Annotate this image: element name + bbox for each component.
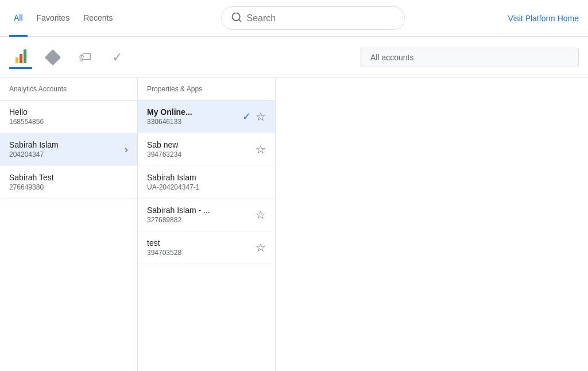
property-id: 394763234 bbox=[147, 150, 181, 159]
check-tool-icon[interactable]: ✓ bbox=[106, 46, 129, 69]
diamond-tool-icon[interactable] bbox=[41, 46, 64, 69]
header: All Favorites Recents Visit Platform Hom… bbox=[0, 0, 588, 37]
property-item-text: Sabirah Islam UA-204204347-1 bbox=[147, 173, 199, 191]
toolbar-right: All accounts bbox=[361, 48, 579, 67]
tag-tool-icon[interactable]: 🏷 bbox=[74, 46, 96, 69]
toolbar-left: 🏷 ✓ bbox=[9, 37, 129, 78]
visit-platform-link[interactable]: Visit Platform Home bbox=[508, 14, 579, 23]
property-item[interactable]: Sabirah Islam - ... 327689882 ☆ bbox=[138, 199, 275, 231]
analytics-tool-icon[interactable] bbox=[9, 46, 32, 69]
chevron-right-icon: › bbox=[125, 144, 128, 156]
property-item-text: My Online... 330646133 bbox=[147, 107, 192, 126]
properties-panel-header: Properties & Apps bbox=[138, 78, 275, 101]
property-icons: ☆ bbox=[256, 208, 266, 222]
account-name: Sabirah Test bbox=[9, 173, 54, 182]
star-icon[interactable]: ☆ bbox=[256, 110, 266, 123]
account-id: 276649380 bbox=[9, 183, 54, 191]
bar3 bbox=[24, 49, 26, 63]
account-name: Sabirah Islam bbox=[9, 140, 59, 149]
tab-recents[interactable]: Recents bbox=[79, 1, 117, 37]
main-content: Analytics Accounts Hello 168554856 Sabir… bbox=[0, 78, 588, 371]
analytics-bar-chart-icon bbox=[16, 49, 26, 63]
toolbar: 🏷 ✓ All accounts bbox=[0, 37, 588, 78]
diamond-icon bbox=[45, 49, 61, 65]
account-id: 168554856 bbox=[9, 118, 44, 126]
bar1 bbox=[16, 57, 18, 63]
property-item-text: Sab new 394763234 bbox=[147, 140, 181, 159]
bar2 bbox=[20, 54, 22, 63]
search-bar bbox=[131, 6, 494, 30]
account-id: 204204347 bbox=[9, 150, 59, 159]
search-icon bbox=[231, 11, 242, 25]
accounts-panel-header: Analytics Accounts bbox=[0, 78, 137, 101]
properties-panel: Properties & Apps My Online... 330646133… bbox=[138, 78, 276, 371]
property-item[interactable]: test 394703528 ☆ bbox=[138, 231, 275, 264]
property-id: 394703528 bbox=[147, 249, 181, 257]
property-name: My Online... bbox=[147, 107, 192, 117]
account-item-text: Sabirah Test 276649380 bbox=[9, 173, 54, 191]
star-icon[interactable]: ☆ bbox=[256, 241, 266, 254]
nav-tabs: All Favorites Recents bbox=[9, 0, 118, 36]
property-item[interactable]: Sabirah Islam UA-204204347-1 bbox=[138, 166, 275, 199]
tag-icon: 🏷 bbox=[79, 50, 91, 65]
tab-all[interactable]: All bbox=[9, 1, 28, 37]
account-item[interactable]: Sabirah Islam 204204347 › bbox=[0, 133, 137, 166]
account-item-text: Sabirah Islam 204204347 bbox=[9, 140, 59, 159]
search-input[interactable] bbox=[247, 13, 395, 24]
property-id: 330646133 bbox=[147, 118, 192, 126]
account-name: Hello bbox=[9, 107, 44, 117]
star-icon[interactable]: ☆ bbox=[256, 208, 266, 222]
star-icon[interactable]: ☆ bbox=[256, 142, 266, 156]
tab-favorites[interactable]: Favorites bbox=[32, 1, 75, 37]
accounts-list: Hello 168554856 Sabirah Islam 204204347 … bbox=[0, 101, 137, 199]
property-item[interactable]: My Online... 330646133 ✓☆ bbox=[138, 101, 275, 133]
property-name: Sabirah Islam bbox=[147, 173, 199, 182]
checkmark-icon: ✓ bbox=[112, 50, 122, 65]
property-name: Sabirah Islam - ... bbox=[147, 206, 210, 215]
property-name: test bbox=[147, 238, 181, 248]
properties-list: My Online... 330646133 ✓☆ Sab new 394763… bbox=[138, 101, 275, 264]
property-id: 327689882 bbox=[147, 216, 210, 224]
property-icons: ✓☆ bbox=[242, 110, 266, 123]
right-panel bbox=[276, 78, 588, 371]
accounts-panel: Analytics Accounts Hello 168554856 Sabir… bbox=[0, 78, 138, 371]
all-accounts-dropdown[interactable]: All accounts bbox=[361, 48, 579, 67]
property-icons: ☆ bbox=[256, 142, 266, 156]
account-item[interactable]: Hello 168554856 bbox=[0, 101, 137, 133]
check-selected-icon: ✓ bbox=[242, 110, 251, 123]
account-item-text: Hello 168554856 bbox=[9, 107, 44, 126]
search-input-wrapper bbox=[221, 6, 405, 30]
svg-line-1 bbox=[238, 20, 241, 22]
property-icons: ☆ bbox=[256, 241, 266, 254]
account-item[interactable]: Sabirah Test 276649380 bbox=[0, 166, 137, 199]
property-item-text: Sabirah Islam - ... 327689882 bbox=[147, 206, 210, 224]
property-id: UA-204204347-1 bbox=[147, 183, 199, 191]
property-item[interactable]: Sab new 394763234 ☆ bbox=[138, 133, 275, 166]
property-name: Sab new bbox=[147, 140, 181, 149]
property-item-text: test 394703528 bbox=[147, 238, 181, 257]
